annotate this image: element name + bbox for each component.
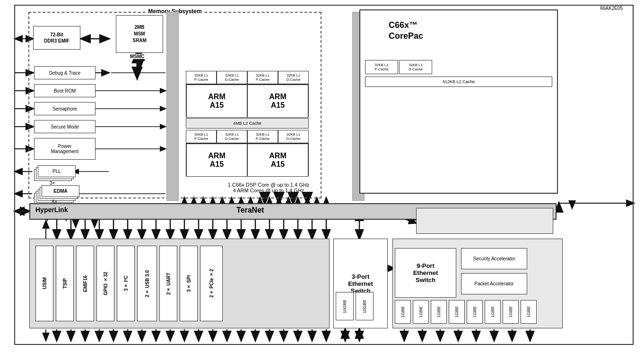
c66x-l1d-cache: 32KB L1D-Cache: [399, 60, 432, 74]
packet-acc-box: Packet Accelerator: [461, 273, 527, 294]
arm-l1d-4: 32KB L1D-Cache: [278, 130, 309, 143]
arm-text: 4 ARM Cores @ up to 1.4 GHz: [186, 188, 351, 193]
gbe1-box-1: 1GBE: [395, 300, 411, 324]
multicore-navigator-box: Multicore Navigator QueueManager PacketD…: [416, 208, 553, 234]
pcie-box: 2× PCIe ×2: [200, 246, 223, 321]
arm-l1d-3: 32KB L1D-Cache: [217, 130, 247, 143]
teranet-label: TeraNet: [236, 206, 264, 215]
security-acc-box: Security Accelerator: [461, 248, 527, 269]
debug-trace-box: Debug & Trace: [34, 66, 96, 79]
eth9-label: 9-PortEthernetSwitch: [413, 262, 438, 283]
gbe1-box-5: 1GBE: [467, 300, 483, 324]
usb-box: 2× USB 3.0: [137, 246, 157, 321]
arm-l1p-4: 32KB L1P-Cache: [247, 130, 278, 143]
hyperlink-label: HyperLink: [35, 206, 68, 214]
gpio-box: GPIO ×32: [96, 246, 114, 321]
secure-mode-box: Secure Mode: [34, 120, 96, 133]
arm-top-cache-row1: 32KB L1P-Cache 32KB L1D-Cache 32KB L1P-C…: [186, 71, 309, 84]
security-acc-label: Security Accelerator: [473, 256, 515, 261]
msmc-label: MSMC: [129, 54, 146, 59]
arm-pair-bottom: ARMA15 ARMA15: [186, 143, 309, 176]
power-mgmt-label: PowerManagement: [51, 144, 78, 154]
arm-a15-1: ARMA15: [186, 85, 247, 118]
gbe1-box-4: 1GBE: [449, 300, 465, 324]
gbe1-box-6: 1GBE: [485, 300, 501, 324]
arm-a15-4: ARMA15: [247, 144, 308, 177]
arm-a15-2: ARMA15: [247, 85, 308, 118]
edma-box-5: EDMA: [42, 185, 79, 197]
arm-l1p-3: 32KB L1P-Cache: [186, 130, 217, 143]
corepac-label: C66x™CorePac: [389, 20, 423, 42]
arm-l1d-1: 32KB L1D-Cache: [217, 71, 247, 84]
spi-box: 3× SPI: [180, 246, 198, 321]
pll-box-3: PLL: [38, 165, 76, 177]
c66x-l2-cache: 512KB L2 Cache: [365, 77, 552, 87]
dsp-arm-text: 1 C66x DSP Core @ up to 1.4 GHz 4 ARM Co…: [186, 182, 351, 193]
usim-box: USIM: [35, 246, 53, 321]
msm-sram-box: 2MBMSMSRAM: [116, 15, 163, 53]
tsip-box: TSIP: [56, 246, 74, 321]
gbe1-box-2: 1GBE: [413, 300, 429, 324]
packet-acc-label: Packet Accelerator: [474, 281, 513, 286]
arm-l1d-2: 32KB L1D-Cache: [278, 71, 309, 84]
arm-pair-top: ARMA15 ARMA15: [186, 84, 309, 117]
gbe1-box-3: 1GBE: [431, 300, 447, 324]
arm-l1p-2: 32KB L1P-Cache: [247, 71, 278, 84]
eth9-switch-box: 9-PortEthernetSwitch: [395, 248, 456, 298]
arm-l1p-1: 32KB L1P-Cache: [186, 71, 217, 84]
left-gray-bar: [166, 12, 179, 201]
eth3-label: 3-PortEthernetSwitch: [348, 273, 373, 294]
gbe10-box-2: 10GBE: [356, 292, 374, 320]
arm-bottom-cache-row1: 32KB L1P-Cache 32KB L1D-Cache 32KB L1P-C…: [186, 130, 309, 143]
ddr3-emif-box: 72-BitDDR3 EMIF: [33, 26, 80, 50]
c66x-l1-cache-row: 32KB L1P-Cache 32KB L1D-Cache: [365, 60, 432, 74]
uart-box: 2× UART: [159, 246, 177, 321]
arm-a15-3: ARMA15: [186, 144, 247, 177]
semaphore-box: Semaphore: [34, 102, 96, 115]
corepac-box: C66x™CorePac 32KB L1P-Cache 32KB L1D-Cac…: [359, 9, 558, 194]
msm-sram-label: 2MBMSMSRAM: [132, 24, 146, 44]
dsp-text: 1 C66x DSP Core @ up to 1.4 GHz: [186, 182, 351, 188]
ddr3-label: 72-BitDDR3 EMIF: [44, 32, 70, 44]
arm-4mb-l2: 4MB L2 Cache: [186, 118, 309, 129]
diagram: 66AK2E05 Memory Subsystem 72-BitDDR3 EMI…: [0, 0, 644, 352]
boot-rom-box: Boot ROM: [34, 84, 96, 97]
c66x-l1p-cache: 32KB L1P-Cache: [365, 60, 398, 74]
power-mgmt-box: PowerManagement: [34, 138, 96, 160]
i2c-box: 3× I²C: [117, 246, 135, 321]
gbe1-box-7: 1GBE: [503, 300, 519, 324]
gbe1-box-8: 1GBE: [521, 300, 537, 324]
emif16-box: EMIF16: [76, 246, 94, 321]
gbe10-box-1: 10GBE: [336, 292, 354, 320]
